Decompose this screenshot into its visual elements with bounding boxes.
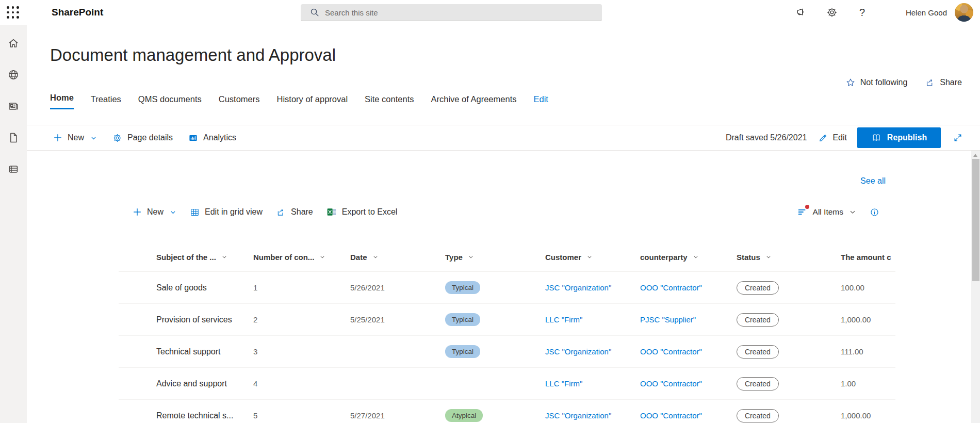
column-header-label: Subject of the ... (156, 253, 216, 262)
nav-tab-history-of-approval[interactable]: History of approval (277, 94, 348, 109)
export-to-excel-button[interactable]: Export to Excel (326, 207, 398, 217)
chevron-down-icon[interactable] (849, 208, 856, 216)
user-name[interactable]: Helen Good (906, 0, 947, 25)
megaphone-icon[interactable] (795, 0, 806, 25)
view-selector[interactable]: All Items (813, 207, 843, 217)
pencil-icon (818, 133, 828, 143)
book-icon (871, 133, 881, 143)
share-label: Share (940, 78, 962, 87)
column-header[interactable]: Type (445, 253, 545, 262)
column-header[interactable]: Date (350, 253, 445, 262)
cell-subject: Technical support (156, 347, 253, 356)
nav-tab-edit[interactable]: Edit (533, 94, 548, 109)
column-header[interactable]: Customer (545, 253, 640, 262)
see-all-link[interactable]: See all (860, 176, 886, 186)
table-row[interactable]: Provision of services 2 5/25/2021 Typica… (119, 304, 895, 336)
scrollbar-thumb[interactable] (972, 159, 979, 281)
analytics-label: Analytics (203, 133, 236, 142)
app-title[interactable]: SharePoint (52, 7, 103, 18)
table-row[interactable]: Sale of goods 1 5/26/2021 Typical JSC "O… (119, 272, 895, 304)
list-share-button[interactable]: Share (276, 207, 313, 217)
page-details-button[interactable]: Page details (112, 133, 173, 143)
nav-tab-site-contents[interactable]: Site contents (365, 94, 414, 109)
info-icon[interactable] (870, 207, 879, 217)
edit-grid-view-button[interactable]: Edit in grid view (190, 207, 263, 217)
counterparty-link[interactable]: PJSC "Supplier" (640, 315, 696, 324)
share-site-button[interactable]: Share (925, 77, 962, 88)
column-header[interactable]: Status (737, 253, 832, 262)
table-row[interactable]: Technical support 3 Typical JSC "Organiz… (119, 336, 895, 368)
chevron-down-icon (693, 254, 699, 260)
nav-tab-home[interactable]: Home (50, 93, 74, 109)
column-header[interactable]: counterparty (640, 253, 737, 262)
expand-icon[interactable] (953, 133, 963, 143)
home-icon[interactable] (7, 37, 20, 50)
settings-gear-icon[interactable] (826, 0, 838, 25)
plus-icon (53, 133, 62, 142)
cell-subject: Advice and support (156, 379, 253, 388)
chevron-down-icon (765, 254, 772, 260)
counterparty-link[interactable]: OOO "Contractor" (640, 411, 702, 420)
globe-icon[interactable] (7, 69, 20, 81)
table-row[interactable]: Advice and support 4 LLC "Firm" OOO "Con… (119, 368, 895, 400)
plus-icon (133, 207, 142, 217)
view-filter-icon[interactable] (797, 206, 808, 218)
table-row[interactable]: Remote technical s... 5 5/27/2021 Atypic… (119, 400, 895, 423)
vertical-scrollbar[interactable] (971, 151, 980, 423)
counterparty-link[interactable]: OOO "Contractor" (640, 379, 702, 388)
contracts-table: Subject of the ... Number of con... Date… (119, 242, 895, 423)
cell-number: 5 (253, 411, 350, 420)
customer-link[interactable]: JSC "Organization" (545, 411, 611, 420)
news-icon[interactable] (7, 100, 20, 112)
list-command-bar: New Edit in grid view Share Export to Ex… (133, 202, 879, 222)
chevron-down-icon (468, 254, 474, 260)
app-launcher-icon[interactable] (7, 6, 20, 19)
chevron-down-icon (372, 254, 379, 260)
table-header-row: Subject of the ... Number of con... Date… (119, 242, 895, 272)
share-icon (276, 207, 286, 217)
column-header-label: Customer (545, 253, 581, 262)
list-new-button[interactable]: New (133, 207, 176, 217)
column-header[interactable]: The amount c (832, 253, 895, 262)
chevron-down-icon (586, 254, 593, 260)
search-icon (310, 8, 319, 17)
search-input[interactable] (325, 4, 602, 21)
site-search[interactable] (301, 4, 602, 21)
cell-subject: Sale of goods (156, 283, 253, 292)
column-header[interactable]: Number of con... (253, 253, 350, 262)
column-header[interactable]: Subject of the ... (156, 253, 253, 262)
analytics-button[interactable]: Analytics (188, 133, 236, 143)
avatar[interactable] (955, 3, 973, 22)
grid-icon (190, 207, 200, 217)
follow-button[interactable]: Not following (845, 77, 908, 88)
customer-link[interactable]: LLC "Firm" (545, 315, 582, 324)
status-badge: Created (737, 313, 779, 327)
customer-link[interactable]: JSC "Organization" (545, 347, 611, 356)
edit-page-button[interactable]: Edit (818, 133, 847, 143)
cell-date: 5/25/2021 (350, 315, 445, 324)
republish-button[interactable]: Republish (857, 127, 941, 148)
new-button[interactable]: New (53, 133, 97, 142)
nav-tab-archive-of-agreements[interactable]: Archive of Agreements (431, 94, 516, 109)
nav-tab-customers[interactable]: Customers (219, 94, 260, 109)
counterparty-link[interactable]: OOO "Contractor" (640, 283, 702, 292)
customer-link[interactable]: LLC "Firm" (545, 379, 582, 388)
nav-tab-qms-documents[interactable]: QMS documents (138, 94, 202, 109)
counterparty-link[interactable]: OOO "Contractor" (640, 347, 702, 356)
column-header-label: Status (737, 253, 760, 262)
help-icon[interactable]: ? (859, 0, 865, 25)
column-header-label: counterparty (640, 253, 688, 262)
customer-link[interactable]: JSC "Organization" (545, 283, 611, 292)
nav-tab-treaties[interactable]: Treaties (91, 94, 121, 109)
chevron-down-icon (319, 254, 325, 260)
list-icon[interactable] (7, 163, 20, 175)
document-icon[interactable] (7, 132, 20, 144)
edit-page-label: Edit (832, 133, 847, 142)
page-header: Document management and Approval Not fol… (27, 25, 980, 125)
cell-amount: 1,000.00 (832, 315, 895, 324)
star-icon (845, 77, 856, 88)
filter-badge-dot (805, 205, 809, 209)
cell-amount: 1.00 (832, 379, 895, 388)
scroll-up-arrow-icon[interactable] (973, 154, 977, 157)
cell-number: 2 (253, 315, 350, 324)
